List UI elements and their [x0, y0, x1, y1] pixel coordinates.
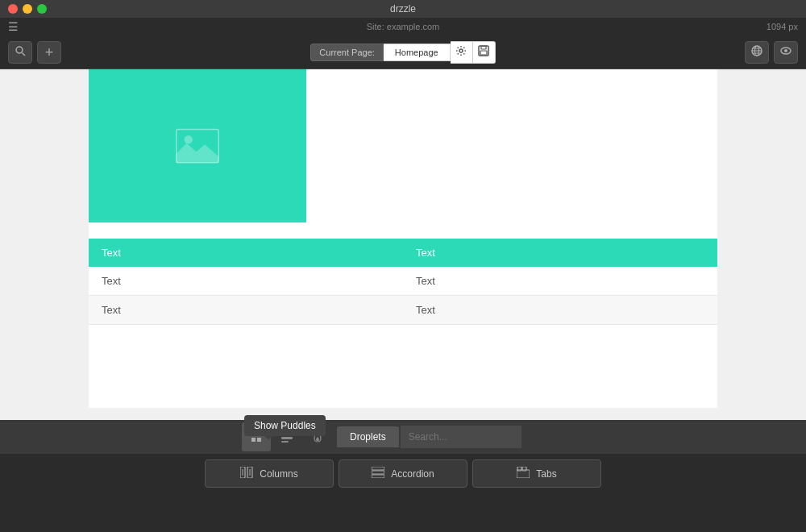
accordion-label: Accordion: [391, 468, 434, 480]
toolbar-center: Current Page: Homepage: [310, 41, 495, 64]
droplets-bar: Droplets: [0, 420, 806, 454]
add-icon: +: [45, 45, 54, 60]
page-name[interactable]: Homepage: [384, 44, 451, 61]
components-row: Columns Accordion Tabs: [205, 459, 601, 488]
settings-button[interactable]: [451, 41, 473, 64]
table-row: Text Text: [89, 296, 717, 325]
table-cell: Text: [403, 267, 717, 296]
toolbar: + Current Page: Homepage: [0, 35, 806, 69]
title-bar: drzzle: [0, 0, 806, 18]
table-header-col1: Text: [89, 239, 403, 267]
droplets-search-input[interactable]: [401, 426, 521, 448]
traffic-lights: [8, 4, 47, 14]
svg-point-12: [784, 49, 787, 52]
accordion-icon: [372, 467, 384, 480]
bottom-toolbar: Show Puddles: [0, 420, 806, 493]
add-button[interactable]: +: [37, 41, 61, 64]
accordion-button[interactable]: Accordion: [339, 459, 467, 488]
current-page-label: Current Page:: [310, 44, 383, 61]
columns-label: Columns: [260, 468, 297, 480]
app-title: drzzle: [390, 3, 416, 15]
svg-rect-5: [480, 51, 487, 55]
droplets-tab-label[interactable]: Droplets: [337, 426, 399, 447]
toolbar-left: +: [8, 41, 61, 64]
menu-icon[interactable]: ☰: [8, 20, 19, 33]
svg-rect-27: [372, 471, 384, 474]
canvas-area: Text Text Text Text Text Text: [0, 69, 806, 420]
tabs-button[interactable]: Tabs: [472, 459, 601, 488]
tabs-icon: [517, 467, 530, 480]
content-table: Text Text Text Text Text Text: [89, 239, 717, 325]
hero-image: [89, 69, 306, 222]
columns-icon: [240, 467, 253, 480]
tabs-label: Tabs: [536, 468, 556, 480]
preview-button[interactable]: [774, 41, 798, 64]
save-button[interactable]: [473, 41, 496, 64]
settings-icon: [455, 45, 467, 59]
page-content: Text Text Text Text Text Text: [89, 69, 717, 408]
globe-icon: [750, 44, 763, 60]
svg-rect-21: [281, 441, 289, 443]
minimize-button[interactable]: [23, 4, 32, 14]
columns-button[interactable]: Columns: [205, 459, 334, 488]
save-icon: [478, 45, 489, 59]
search-icon: [15, 45, 26, 59]
tooltip-text: Show Puddles: [254, 420, 316, 431]
svg-rect-28: [372, 475, 384, 478]
table-cell: Text: [89, 296, 403, 325]
search-button[interactable]: [8, 41, 32, 64]
table-cell: Text: [89, 267, 403, 296]
site-url: Site: example.com: [367, 22, 439, 31]
svg-point-14: [185, 135, 193, 144]
toolbar-right: [745, 41, 798, 64]
fullscreen-button[interactable]: [37, 4, 47, 14]
svg-rect-17: [251, 438, 256, 442]
table-header-row: Text Text: [89, 239, 717, 267]
viewport-px: 1094 px: [767, 22, 798, 31]
svg-rect-20: [281, 437, 293, 439]
svg-point-0: [16, 47, 23, 53]
svg-rect-26: [372, 467, 384, 470]
close-button[interactable]: [8, 4, 18, 14]
globe-button[interactable]: [745, 41, 769, 64]
table-cell: Text: [403, 296, 717, 325]
menu-bar: ☰ Site: example.com 1094 px: [0, 18, 806, 35]
table-header-col2: Text: [403, 239, 717, 267]
svg-line-1: [23, 53, 26, 56]
show-puddles-tooltip: Show Puddles: [244, 415, 326, 436]
table-row: Text Text: [89, 267, 717, 296]
svg-rect-4: [481, 46, 486, 49]
eye-icon: [779, 44, 792, 60]
svg-rect-18: [257, 438, 261, 442]
svg-point-2: [459, 49, 463, 52]
